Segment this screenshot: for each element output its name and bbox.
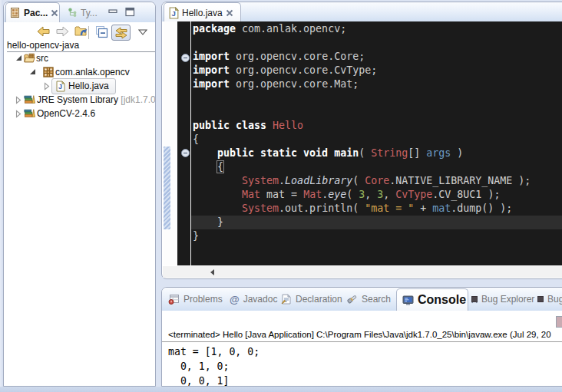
tree-item-label: com.anlak.opencv xyxy=(55,67,130,77)
minimize-icon[interactable] xyxy=(108,8,117,17)
package-icon xyxy=(43,67,54,77)
java-file-icon: J xyxy=(56,81,65,92)
tab-label: Hello.java xyxy=(182,8,223,18)
view-menu-icon[interactable] xyxy=(138,29,147,35)
code-line: { xyxy=(193,133,562,147)
console-panel: Problems @ Javadoc Declaration Search xyxy=(161,287,562,387)
tree-item-label: Hello.java xyxy=(68,81,109,91)
tree-item-src[interactable]: src xyxy=(4,51,154,65)
code-line: System.out.println( "mat = " + mat.dump(… xyxy=(193,202,562,216)
fold-collapse-icon[interactable] xyxy=(181,149,190,157)
tree-item-label: src xyxy=(36,53,48,64)
tab-label: Declaration xyxy=(296,294,342,305)
code-line: import org.opencv.core.Mat; xyxy=(193,77,562,91)
type-hierarchy-icon xyxy=(68,8,78,18)
library-icon xyxy=(24,108,35,118)
code-line: package com.anlak.opencv; xyxy=(193,22,562,36)
tree-item-hello-java[interactable]: J Hello.java xyxy=(4,79,154,93)
tree-item-package[interactable]: com.anlak.opencv xyxy=(4,65,154,79)
tree-item-jre-library[interactable]: JRE System Library [jdk1.7.0 xyxy=(4,93,154,107)
eclipse-window: Pac... Ty... xyxy=(0,0,562,392)
tab-package-explorer[interactable]: Pac... xyxy=(5,2,60,22)
console-icon xyxy=(402,295,414,305)
tab-declaration[interactable]: Declaration xyxy=(281,288,342,311)
tab-label: Bug Explorer xyxy=(481,294,534,305)
editor-tabbar: J Hello.java xyxy=(162,2,562,21)
console-header-separator xyxy=(162,341,562,342)
expanded-arrow-icon[interactable] xyxy=(29,68,36,75)
console-toolbar-icon[interactable] xyxy=(556,316,562,328)
tab-problems[interactable]: Problems xyxy=(168,288,223,311)
code-line: System.LoadLibrary( Core.NATIVE_LIBRARY_… xyxy=(193,174,562,188)
annotation-ruler[interactable] xyxy=(164,21,177,265)
expanded-arrow-icon[interactable] xyxy=(15,54,22,61)
source-folder-icon xyxy=(24,53,35,63)
collapse-all-icon[interactable] xyxy=(95,25,108,38)
tab-label: Ty... xyxy=(81,8,98,18)
tree-item-opencv-library[interactable]: OpenCV-2.4.6 xyxy=(4,107,154,120)
code-line: } xyxy=(193,216,562,229)
jdk-version-suffix: [jdk1.7.0 xyxy=(118,94,156,105)
collapsed-arrow-icon[interactable] xyxy=(44,82,50,91)
svg-text:J: J xyxy=(171,8,175,17)
code-line: } xyxy=(193,229,562,243)
javadoc-at-icon: @ xyxy=(230,295,240,305)
tab-type-hierarchy[interactable]: Ty... xyxy=(63,3,103,22)
library-icon xyxy=(24,94,35,104)
problems-icon xyxy=(168,294,180,305)
code-line: public class Hello xyxy=(193,119,562,133)
code-line: import org.opencv.core.CvType; xyxy=(193,64,562,77)
svg-text:J: J xyxy=(58,83,62,91)
tab-bug-explorer[interactable]: Bug Explorer xyxy=(471,288,534,311)
code-line: import org.opencv.core.Core; xyxy=(193,50,562,64)
view-square-icon xyxy=(537,296,544,302)
link-with-editor-button[interactable] xyxy=(111,25,131,41)
editor-panel: J Hello.java package com.anlak.opencv; i… xyxy=(161,2,562,279)
package-explorer-icon xyxy=(11,8,21,18)
java-file-icon: J xyxy=(169,7,179,19)
tab-label: Console xyxy=(418,293,466,307)
scroll-left-arrow-icon[interactable] xyxy=(210,269,214,275)
up-to-folder-icon[interactable] xyxy=(74,25,88,38)
tab-label: Bug xyxy=(547,294,562,305)
tree-item-label: JRE System Library [jdk1.7.0 xyxy=(37,94,156,105)
collapsed-arrow-icon[interactable] xyxy=(15,96,21,104)
window-bottom-edge xyxy=(0,387,562,392)
console-output[interactable]: mat = [1, 0, 0; 0, 1, 0; 0, 0, 1] xyxy=(168,344,260,388)
collapsed-arrow-icon[interactable] xyxy=(15,110,21,118)
search-flashlight-icon xyxy=(346,294,358,305)
tab-label: Problems xyxy=(183,294,223,305)
tree-item-label: OpenCV-2.4.6 xyxy=(37,108,95,119)
tab-bug[interactable]: Bug xyxy=(537,288,562,311)
code-editor[interactable]: package com.anlak.opencv; import org.ope… xyxy=(162,21,562,265)
maximize-icon[interactable] xyxy=(125,7,135,17)
declaration-icon xyxy=(281,294,292,305)
left-panel-tabbar: Pac... Ty... xyxy=(4,2,155,22)
view-square-icon xyxy=(471,296,478,302)
tab-label: Javadoc xyxy=(243,294,278,305)
console-toolbar xyxy=(162,311,562,329)
range-indicator xyxy=(164,147,170,229)
tab-console[interactable]: Console xyxy=(396,288,468,311)
project-label[interactable]: hello-opencv-java xyxy=(7,40,155,52)
forward-arrow-icon[interactable] xyxy=(55,26,69,37)
tab-javadoc[interactable]: @ Javadoc xyxy=(230,288,277,311)
code-line: Mat mat = Mat.eye( 3, 3, CvType.CV_8UC1 … xyxy=(193,188,562,202)
tab-search[interactable]: Search xyxy=(346,288,391,311)
tab-label: Search xyxy=(362,294,391,305)
code-line: public static void main( String[] args ) xyxy=(193,147,562,160)
horizontal-scrollbar[interactable] xyxy=(163,266,562,278)
console-process-label: <terminated> Hello [Java Application] C:… xyxy=(168,330,562,339)
close-icon[interactable] xyxy=(51,9,58,17)
fold-collapse-icon[interactable] xyxy=(181,54,190,62)
bottom-panel-tabbar: Problems @ Javadoc Declaration Search xyxy=(162,288,562,311)
close-icon[interactable] xyxy=(226,9,233,17)
code-line: { xyxy=(193,160,562,174)
package-explorer-panel: Pac... Ty... xyxy=(3,2,156,387)
tab-hello-java[interactable]: J Hello.java xyxy=(164,2,241,22)
toolbar-separator xyxy=(88,26,89,39)
back-arrow-icon[interactable] xyxy=(37,26,51,37)
tab-label: Pac... xyxy=(24,8,48,18)
